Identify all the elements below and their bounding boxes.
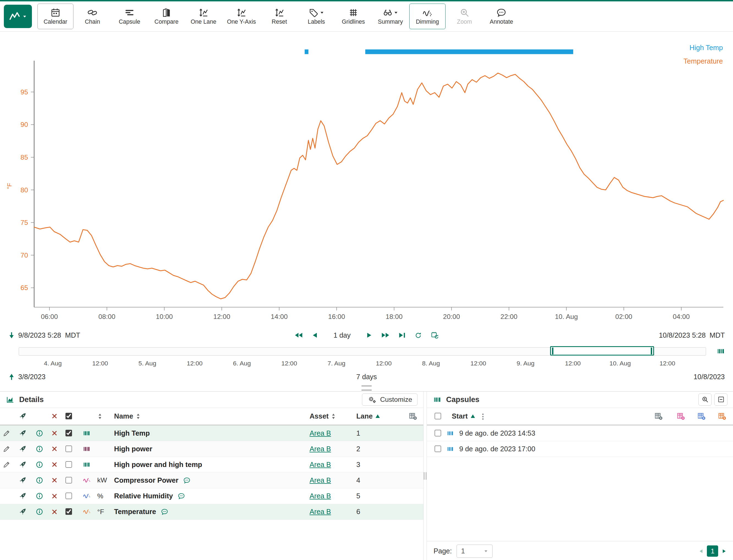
capsule-checkbox[interactable] bbox=[434, 446, 442, 453]
sort-name-icon[interactable] bbox=[136, 413, 141, 420]
toolbar-button-calendar[interactable]: Calendar bbox=[37, 4, 73, 29]
sort-asset-icon[interactable] bbox=[331, 413, 336, 420]
details-row-compressor-power[interactable]: kW Compressor Power Area B 4 bbox=[0, 472, 423, 488]
horizontal-resize-handle[interactable] bbox=[362, 386, 371, 390]
row-checkbox[interactable] bbox=[65, 493, 73, 500]
rocket-icon[interactable] bbox=[19, 508, 27, 516]
rocket-icon[interactable] bbox=[19, 445, 27, 453]
timebar-capsule-icon[interactable] bbox=[716, 347, 726, 356]
capsule-row[interactable]: 9 de ago. de 2023 14:53 bbox=[427, 425, 733, 441]
asset-link[interactable]: Area B bbox=[310, 492, 331, 500]
capsules-zoom-button[interactable] bbox=[698, 394, 712, 406]
investigate-range-start[interactable]: 3/8/2023 bbox=[18, 373, 45, 381]
step-forward-icon[interactable] bbox=[365, 332, 373, 339]
column-menu-icon[interactable]: ⋮ bbox=[479, 412, 486, 420]
toolbar-button-one-lane[interactable]: One Lane bbox=[185, 4, 222, 29]
row-checkbox[interactable] bbox=[65, 446, 73, 453]
rocket-icon[interactable] bbox=[19, 492, 27, 500]
column-header-lane[interactable]: Lane bbox=[356, 412, 373, 420]
info-icon[interactable] bbox=[35, 461, 43, 469]
edit-pencil-icon[interactable] bbox=[3, 445, 10, 453]
add-capsule-table-pink-icon[interactable] bbox=[676, 412, 685, 420]
investigate-range-end[interactable]: 10/8/2023 bbox=[694, 373, 725, 381]
asset-link[interactable]: Area B bbox=[310, 429, 331, 437]
row-checkbox[interactable] bbox=[65, 461, 73, 468]
refresh-icon[interactable] bbox=[414, 332, 422, 339]
toolbar-button-dimming[interactable]: Dimming bbox=[409, 4, 445, 29]
comment-bubble-icon[interactable] bbox=[177, 492, 186, 500]
toolbar-button-compare[interactable]: Compare bbox=[149, 4, 185, 29]
toolbar-button-annotate[interactable]: Annotate bbox=[483, 4, 519, 29]
info-icon[interactable] bbox=[35, 476, 43, 484]
remove-icon[interactable] bbox=[51, 430, 58, 436]
remove-icon[interactable] bbox=[51, 493, 58, 499]
step-forward-fast-icon[interactable] bbox=[381, 331, 390, 339]
row-checkbox[interactable] bbox=[65, 430, 73, 437]
rocket-icon[interactable] bbox=[19, 476, 27, 484]
remove-icon[interactable] bbox=[51, 509, 58, 515]
row-checkbox[interactable] bbox=[65, 477, 73, 484]
remove-icon[interactable] bbox=[51, 461, 58, 468]
timebar-track[interactable] bbox=[19, 347, 706, 355]
details-row-high-temp[interactable]: High Temp Area B 1 bbox=[0, 425, 423, 441]
capsules-select-all-checkbox[interactable] bbox=[434, 413, 442, 420]
legend-item-high-temp[interactable]: High Temp bbox=[683, 41, 723, 54]
rocket-icon[interactable] bbox=[19, 429, 27, 437]
toolbar-button-summary[interactable]: Summary bbox=[372, 4, 408, 29]
capsules-collapse-button[interactable] bbox=[714, 394, 727, 406]
column-header-asset[interactable]: Asset bbox=[310, 412, 329, 420]
temperature-line-chart[interactable]: 65707580859095°F06:0008:0010:0012:0014:0… bbox=[0, 32, 733, 326]
add-capsule-table-blue-icon[interactable] bbox=[697, 412, 706, 420]
edit-pencil-icon[interactable] bbox=[3, 430, 10, 437]
toolbar-button-capsule[interactable]: Capsule bbox=[111, 4, 147, 29]
investigate-range-duration[interactable]: 7 days bbox=[356, 373, 377, 381]
legend-item-temperature[interactable]: Temperature bbox=[683, 54, 723, 68]
select-all-checkbox[interactable] bbox=[65, 413, 73, 420]
remove-all-icon[interactable] bbox=[51, 413, 58, 419]
current-page-button[interactable]: 1 bbox=[707, 545, 718, 557]
range-start-arrow-icon[interactable] bbox=[9, 331, 15, 339]
details-row-temperature[interactable]: °F Temperature Area B 6 bbox=[0, 504, 423, 520]
toolbar-button-labels[interactable]: Labels bbox=[299, 4, 335, 29]
details-row-high-power[interactable]: High power Area B 2 bbox=[0, 441, 423, 457]
customize-button[interactable]: Customize bbox=[362, 394, 417, 406]
vertical-resize-handle[interactable] bbox=[423, 392, 427, 560]
next-page-icon[interactable] bbox=[721, 548, 727, 554]
toolbar-button-one-y-axis[interactable]: One Y-Axis bbox=[223, 4, 261, 29]
capsule-checkbox[interactable] bbox=[434, 430, 442, 437]
auto-update-icon[interactable] bbox=[430, 331, 439, 339]
details-row-high-power-high-temp[interactable]: High power and high temp Area B 3 bbox=[0, 457, 423, 472]
previous-page-icon[interactable] bbox=[699, 548, 704, 554]
details-row-relative-humidity[interactable]: % Relative Humidity Area B 5 bbox=[0, 488, 423, 504]
add-capsule-table-orange-icon[interactable] bbox=[717, 412, 727, 420]
step-back-icon[interactable] bbox=[311, 332, 319, 339]
add-column-icon[interactable] bbox=[408, 412, 417, 420]
rocket-icon[interactable] bbox=[19, 461, 27, 469]
display-range-end[interactable]: 10/8/2023 5:28 MDT bbox=[659, 331, 725, 339]
display-range-duration[interactable]: 1 day bbox=[334, 331, 351, 339]
step-to-end-icon[interactable] bbox=[398, 332, 406, 339]
asset-link[interactable]: Area B bbox=[310, 445, 331, 453]
toolbar-button-gridlines[interactable]: Gridlines bbox=[335, 4, 371, 29]
capsule-row[interactable]: 9 de ago. de 2023 17:00 bbox=[427, 441, 733, 457]
comment-bubble-icon[interactable] bbox=[160, 508, 169, 515]
timebar-selection[interactable] bbox=[550, 346, 654, 356]
info-icon[interactable] bbox=[35, 492, 43, 500]
asset-link[interactable]: Area B bbox=[310, 461, 331, 469]
sort-lane-asc-icon[interactable] bbox=[375, 414, 380, 419]
toolbar-button-chain[interactable]: Chain bbox=[75, 4, 111, 29]
toolbar-button-reset[interactable]: Reset bbox=[261, 4, 297, 29]
comment-bubble-icon[interactable] bbox=[183, 477, 191, 484]
page-size-select[interactable]: 1 bbox=[456, 545, 492, 558]
display-range-start[interactable]: 9/8/2023 5:28 MDT bbox=[18, 331, 80, 339]
remove-icon[interactable] bbox=[51, 446, 58, 452]
asset-link[interactable]: Area B bbox=[310, 508, 331, 516]
column-header-start[interactable]: Start bbox=[451, 412, 467, 420]
send-all-to-trend-icon[interactable] bbox=[19, 412, 27, 420]
remove-icon[interactable] bbox=[51, 477, 58, 483]
sort-type-icon[interactable] bbox=[97, 413, 103, 420]
info-icon[interactable] bbox=[35, 429, 43, 437]
step-back-fast-icon[interactable] bbox=[294, 331, 303, 339]
row-checkbox[interactable] bbox=[65, 508, 73, 515]
edit-pencil-icon[interactable] bbox=[3, 461, 10, 468]
